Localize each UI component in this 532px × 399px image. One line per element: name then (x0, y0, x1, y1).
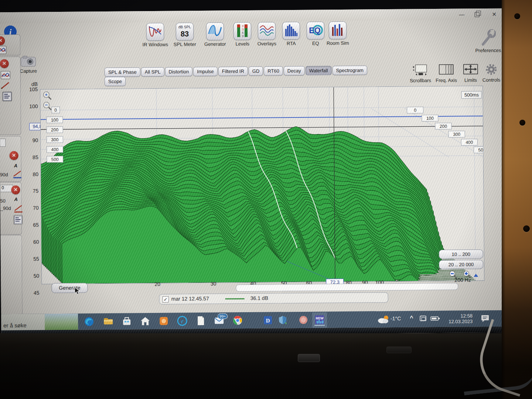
overlays-icon (258, 22, 276, 40)
tray-chevron-icon[interactable]: ^ (410, 315, 413, 321)
taskbar-icon-notepad[interactable] (195, 316, 206, 326)
taskbar-icon-rew[interactable]: REW (314, 314, 325, 325)
wrench-icon (480, 29, 496, 46)
measurement-name-fragment: 90d (0, 172, 8, 177)
close-measurement-icon[interactable]: ✕ (0, 36, 5, 45)
tab-spectrogram[interactable]: Spectrogram (332, 66, 367, 75)
tab-decay[interactable]: Decay (284, 66, 305, 75)
weather-icon[interactable] (377, 315, 390, 324)
measurement-panel[interactable]: ✕ A 90d (0, 136, 21, 182)
tab-gd[interactable]: GD (249, 66, 263, 76)
view-button-limits[interactable]: Limits (459, 63, 482, 83)
toolbar-button-roomsim[interactable]: Room Sim (324, 21, 352, 46)
svg-text:300: 300 (51, 137, 58, 142)
toolbar-button-rta[interactable]: RTA (277, 22, 305, 47)
weather-temp[interactable]: -1°C (391, 316, 401, 321)
close-measurement-icon[interactable]: ✕ (0, 59, 9, 68)
tab-scope[interactable]: Scope (105, 77, 126, 86)
preferences-label: Preferences (475, 48, 501, 54)
tab-impulse[interactable]: Impulse (193, 67, 218, 76)
view-button-scrollbars[interactable]: Scrollbars (409, 64, 432, 83)
taskbar-icon-ie[interactable]: e (177, 316, 187, 326)
system-tray: -1°C ^ 12:58 12.03.2023 (374, 310, 503, 328)
limits-icon (462, 71, 479, 77)
freq-axis-unit-label: 200 Hz (454, 277, 480, 283)
graph-tabbar: SPL & PhaseAll SPLDistortionImpulseFilte… (105, 65, 371, 86)
close-button[interactable]: ✕ (489, 11, 500, 18)
splmeter-icon: dB SPL83 (176, 23, 194, 40)
db-tick-60: 60 (24, 239, 39, 245)
svg-text:100: 100 (51, 117, 58, 123)
generate-button[interactable]: Generate (51, 283, 88, 293)
notes-icon[interactable] (14, 215, 23, 225)
camera-icon (21, 56, 36, 67)
trace-color-icon[interactable] (13, 170, 22, 178)
measurement-panel[interactable]: ✕ (0, 57, 21, 135)
toolbar-button-generator[interactable]: Generator (201, 22, 229, 47)
toolbar-button-splmeter[interactable]: dB SPL83SPL Meter (171, 23, 199, 47)
battery-icon[interactable] (430, 316, 440, 321)
tablet-mode-icon[interactable] (419, 315, 427, 323)
taskbar-icon-defender[interactable] (277, 315, 288, 325)
toolbar-label: Overlays (253, 41, 280, 47)
svg-text:200: 200 (440, 124, 447, 129)
laptop-hinge (386, 347, 412, 353)
tab-distortion[interactable]: Distortion (165, 67, 192, 76)
restore-button[interactable] (475, 12, 480, 17)
taskbar-icon-edge[interactable] (84, 316, 94, 327)
toolbar-button-levels[interactable]: 0369Levels (229, 22, 256, 47)
measurement-panel[interactable]: ✕ (0, 34, 20, 55)
taskbar-icon-store[interactable] (122, 316, 132, 327)
action-center-icon[interactable] (481, 314, 490, 323)
tab-filtered-ir[interactable]: Filtered IR (218, 66, 248, 76)
freq-range-button-10-200[interactable]: 10 .. 200 (439, 249, 483, 259)
db-tick-90: 90 (23, 137, 38, 143)
taskbar-icon-photos[interactable] (158, 316, 169, 326)
waterfall-plot[interactable]: +−01002003004005000100200300400500500ms (40, 86, 484, 284)
horizontal-scrollbar[interactable] (236, 283, 458, 292)
svg-text:500ms: 500ms (464, 92, 479, 98)
view-button-controls[interactable]: Controls (480, 63, 503, 83)
svg-text:400: 400 (466, 140, 473, 145)
toolbar-button-overlays[interactable]: Overlays (253, 22, 281, 47)
tab-rt60[interactable]: RT60 (264, 66, 283, 75)
tab-all-spl[interactable]: All SPL (141, 67, 164, 76)
laptop-body: acer (0, 333, 532, 399)
tray-clock[interactable]: 12:58 12.03.2023 (443, 313, 473, 324)
irwindows-icon (146, 23, 164, 41)
taskbar-icon-home[interactable] (140, 316, 150, 326)
freq-range-button-20-20000[interactable]: 20 .. 20 000 (439, 260, 483, 269)
taskbar-search-area[interactable]: er å søke (1, 314, 78, 331)
preferences-group[interactable]: Preferences (475, 29, 502, 54)
view-button-freqaxis[interactable]: Freq. Axis (434, 64, 458, 83)
minimize-button[interactable]: — (456, 11, 467, 18)
taskbar-icon-mail[interactable]: 99+ (214, 316, 224, 326)
close-measurement-icon[interactable]: ✕ (10, 151, 18, 160)
tab-spl-phase[interactable]: SPL & Phase (105, 67, 140, 77)
notes-icon[interactable] (2, 92, 12, 101)
svg-text:e: e (181, 317, 184, 324)
trace-color-icon[interactable] (14, 205, 23, 213)
window-titlebar: — ✕ (0, 8, 502, 24)
measurement-panel[interactable]: 0 ✕ A 50 _90d (0, 182, 22, 235)
toolbar-label: RTA (277, 41, 305, 47)
legend-checkbox[interactable]: ✓ (163, 296, 169, 303)
close-measurement-icon[interactable]: ✕ (11, 185, 20, 194)
toolbar-label: SPL Meter (171, 41, 198, 47)
clock-time: 12:58 (443, 313, 473, 319)
pencil-icon[interactable] (0, 81, 10, 89)
freq-tick-20: 20 (149, 281, 166, 287)
svg-text:0: 0 (54, 108, 57, 113)
taskbar-icon-dtool[interactable]: D (263, 315, 273, 325)
mail-badge: 99+ (218, 314, 228, 319)
svg-text:EQ: EQ (309, 26, 321, 35)
toolbar-button-irwindows[interactable]: IR Windows (141, 23, 169, 48)
taskbar-icon-media[interactable] (298, 315, 308, 325)
svg-text:REW: REW (316, 316, 324, 320)
rew-window: — ✕ i Info IR WindowsdB SPL83SPL MeterGe… (0, 8, 503, 334)
measurement-name-field[interactable] (0, 139, 6, 147)
tab-waterfall[interactable]: Waterfall (306, 66, 332, 75)
taskbar-icon-chrome[interactable] (232, 315, 243, 325)
taskbar-icon-explorer[interactable] (103, 316, 113, 327)
levels-icon: 0369 (233, 22, 251, 40)
